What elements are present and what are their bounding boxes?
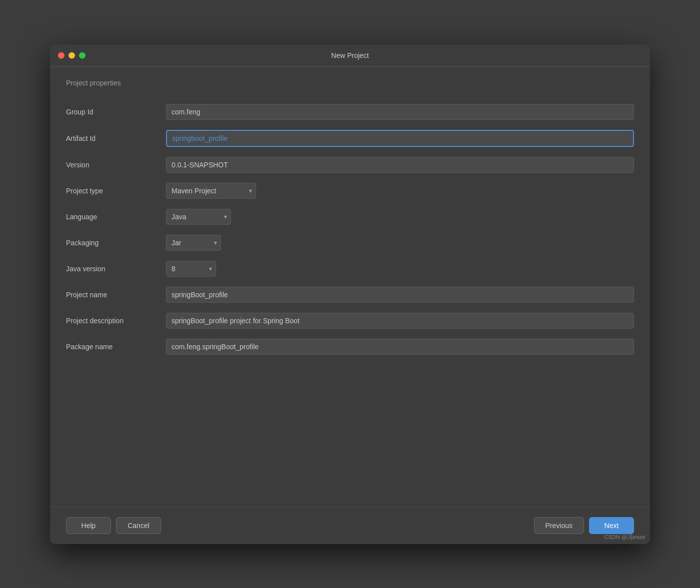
project-type-label: Project type	[66, 187, 166, 195]
packaging-select[interactable]: Jar War	[166, 235, 221, 251]
traffic-lights	[58, 52, 86, 58]
next-button[interactable]: Next	[589, 517, 634, 534]
help-button[interactable]: Help	[66, 517, 111, 534]
title-bar: New Project	[50, 44, 650, 67]
java-version-select[interactable]: 8 11 17 21	[166, 261, 216, 277]
maximize-button[interactable]	[79, 52, 86, 58]
minimize-button[interactable]	[68, 52, 75, 58]
form-container: Group Id Artifact Id Version Project typ…	[66, 99, 634, 360]
group-id-input[interactable]	[166, 104, 634, 120]
language-wrapper: Java Kotlin Groovy	[166, 209, 231, 225]
project-name-row: Project name	[66, 282, 634, 308]
language-label: Language	[66, 213, 166, 221]
packaging-label: Packaging	[66, 239, 166, 247]
package-name-label: Package name	[66, 343, 166, 351]
language-row: Language Java Kotlin Groovy	[66, 204, 634, 230]
packaging-wrapper: Jar War	[166, 235, 221, 251]
version-input[interactable]	[166, 157, 634, 173]
close-button[interactable]	[58, 52, 64, 58]
java-version-wrapper: 8 11 17 21	[166, 261, 216, 277]
previous-button[interactable]: Previous	[534, 517, 584, 534]
artifact-id-label: Artifact Id	[66, 134, 166, 142]
java-version-row: Java version 8 11 17 21	[66, 256, 634, 282]
group-id-label: Group Id	[66, 108, 166, 116]
package-name-row: Package name	[66, 334, 634, 360]
java-version-label: Java version	[66, 265, 166, 273]
bottom-left-buttons: Help Cancel	[66, 517, 161, 534]
project-type-row: Project type Maven Project Gradle Projec…	[66, 178, 634, 204]
window-title: New Project	[331, 51, 368, 59]
artifact-id-input[interactable]	[166, 130, 634, 147]
group-id-row: Group Id	[66, 99, 634, 125]
dialog-window: New Project Project properties Group Id …	[50, 44, 650, 544]
watermark: CSDN @冯insist	[604, 534, 645, 541]
project-description-row: Project description	[66, 308, 634, 334]
packaging-row: Packaging Jar War	[66, 230, 634, 256]
project-name-input[interactable]	[166, 287, 634, 303]
project-name-label: Project name	[66, 291, 166, 299]
project-description-label: Project description	[66, 317, 166, 325]
project-type-wrapper: Maven Project Gradle Project	[166, 183, 256, 199]
version-label: Version	[66, 161, 166, 169]
section-title: Project properties	[66, 79, 634, 87]
bottom-right-buttons: Previous Next	[534, 517, 634, 534]
cancel-button[interactable]: Cancel	[116, 517, 161, 534]
artifact-id-row: Artifact Id	[66, 125, 634, 152]
content-area: Project properties Group Id Artifact Id …	[50, 67, 650, 507]
project-type-select[interactable]: Maven Project Gradle Project	[166, 183, 256, 199]
bottom-bar: Help Cancel Previous Next	[50, 507, 650, 544]
package-name-input[interactable]	[166, 339, 634, 355]
project-description-input[interactable]	[166, 313, 634, 329]
language-select[interactable]: Java Kotlin Groovy	[166, 209, 231, 225]
version-row: Version	[66, 152, 634, 178]
